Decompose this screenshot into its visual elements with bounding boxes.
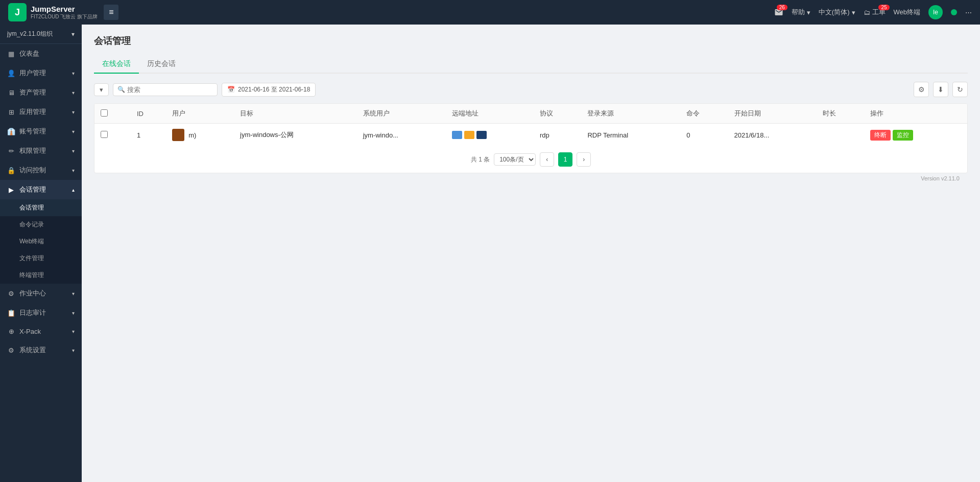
select-all-checkbox[interactable] (101, 109, 108, 117)
mail-badge: 26 (777, 5, 787, 10)
sidebar-label-user-mgmt: 用户管理 (19, 68, 46, 78)
menu-toggle-button[interactable]: ≡ (104, 5, 118, 20)
prev-page-button[interactable]: ‹ (540, 152, 554, 167)
sidebar-item-job-center[interactable]: ⚙ 作业中心 ▾ (0, 284, 82, 303)
col-remote-addr: 远端地址 (446, 104, 534, 124)
row-command: 0 (680, 124, 728, 147)
account-mgmt-chevron: ▾ (72, 129, 75, 134)
calendar-icon: 📅 (227, 86, 235, 93)
sidebar-item-system-settings[interactable]: ⚙ 系统设置 ▾ (0, 340, 82, 360)
toolbar: ▾ 🔍 📅 2021-06-16 至 2021-06-18 ⚙ ⬇ (94, 82, 968, 97)
lang-chevron: ▾ (852, 9, 855, 16)
topbar-left: J JumpServer FIT2CLOUD 飞致云 旗下品牌 ≡ (8, 3, 118, 21)
logo-icon: J (8, 3, 27, 21)
layout: jym_v2.11.0组织 ▾ ▦ 仪表盘 👤 用户管理 ▾ 🖥 资产管理 ▾ … (0, 25, 980, 482)
col-command: 命令 (680, 104, 728, 124)
filter-chevron-icon: ▾ (100, 86, 103, 94)
toolbar-left: ▾ 🔍 📅 2021-06-16 至 2021-06-18 (94, 83, 316, 97)
refresh-button[interactable]: ↻ (952, 82, 968, 97)
row-login-source: RDP Terminal (581, 124, 680, 147)
submenu-item-file-mgmt[interactable]: 文件管理 (0, 250, 82, 267)
col-id: ID (131, 104, 166, 124)
sidebar-item-app-mgmt[interactable]: ⊞ 应用管理 ▾ (0, 102, 82, 122)
web-terminal-button[interactable]: Web终端 (894, 8, 921, 17)
page-title: 会话管理 (94, 35, 968, 47)
sidebar-label-system-settings: 系统设置 (19, 346, 46, 355)
submenu-item-session-list[interactable]: 会话管理 (0, 199, 82, 216)
perm-mgmt-icon: ✏ (7, 147, 15, 155)
user-mgmt-chevron: ▾ (72, 71, 75, 76)
sidebar-item-user-mgmt[interactable]: 👤 用户管理 ▾ (0, 63, 82, 83)
topbar-right: 26 帮助 ▾ 中文(简体) ▾ 🗂 25 工单 Web终端 Ie ⋯ (774, 5, 972, 19)
remote-addr-cell (452, 131, 528, 139)
user-avatar[interactable]: Ie (928, 5, 943, 19)
work-order-button[interactable]: 🗂 25 工单 (864, 8, 886, 17)
terminal-label: Web终端 (894, 8, 921, 17)
lang-button[interactable]: 中文(简体) ▾ (819, 8, 855, 17)
monitor-button[interactable]: 监控 (893, 130, 913, 141)
app-mgmt-icon: ⊞ (7, 108, 15, 116)
sidebar-item-account-mgmt[interactable]: 👔 账号管理 ▾ (0, 122, 82, 141)
tab-history[interactable]: 历史会话 (139, 55, 184, 74)
download-button[interactable]: ⬇ (933, 82, 948, 97)
org-selector[interactable]: jym_v2.11.0组织 ▾ (0, 25, 82, 44)
access-control-chevron: ▾ (72, 168, 75, 173)
session-mgmt-icon: ▶ (7, 186, 15, 194)
topbar: J JumpServer FIT2CLOUD 飞致云 旗下品牌 ≡ 26 帮助 … (0, 0, 980, 25)
col-system-user: 系统用户 (357, 104, 446, 124)
toolbar-right: ⚙ ⬇ ↻ (914, 82, 968, 97)
sidebar-item-perm-mgmt[interactable]: ✏ 权限管理 ▾ (0, 141, 82, 160)
pagination: 共 1 条 100条/页 50条/页 20条/页 ‹ 1 › (94, 146, 967, 173)
addr-block-1 (452, 131, 462, 139)
addr-block-3 (476, 131, 487, 139)
user-cell: m) (172, 129, 228, 141)
submenu-item-terminal-mgmt[interactable]: 终端管理 (0, 267, 82, 284)
sidebar-item-access-control[interactable]: 🔒 访问控制 ▾ (0, 160, 82, 180)
sidebar-item-x-pack[interactable]: ⊕ X-Pack ▾ (0, 323, 82, 340)
lang-label: 中文(简体) (819, 8, 850, 17)
sidebar-label-session-mgmt: 会话管理 (19, 185, 46, 194)
session-mgmt-chevron: ▴ (72, 187, 75, 193)
sidebar: jym_v2.11.0组织 ▾ ▦ 仪表盘 👤 用户管理 ▾ 🖥 资产管理 ▾ … (0, 25, 82, 482)
filter-button[interactable]: ▾ (94, 83, 109, 96)
help-button[interactable]: 帮助 ▾ (792, 8, 810, 17)
tab-online[interactable]: 在线会话 (94, 55, 139, 74)
col-checkbox (94, 104, 131, 124)
col-user: 用户 (166, 104, 234, 124)
submenu-item-web-terminal[interactable]: Web终端 (0, 233, 82, 250)
app-mgmt-chevron: ▾ (72, 109, 75, 115)
terminate-button[interactable]: 终断 (870, 130, 891, 141)
user-name: m) (188, 131, 196, 139)
date-filter[interactable]: 📅 2021-06-16 至 2021-06-18 (222, 83, 316, 97)
submenu-item-command-log[interactable]: 命令记录 (0, 216, 82, 233)
sidebar-item-asset-mgmt[interactable]: 🖥 资产管理 ▾ (0, 83, 82, 102)
addr-block-2 (464, 131, 474, 139)
account-mgmt-icon: 👔 (7, 128, 15, 135)
row-user: m) (166, 124, 234, 147)
col-actions: 操作 (864, 104, 967, 124)
settings-button[interactable]: ⚙ (914, 82, 929, 97)
row-start-date: 2021/6/18... (728, 124, 817, 147)
mail-button[interactable]: 26 (774, 8, 783, 17)
page-size-select[interactable]: 100条/页 50条/页 20条/页 (494, 153, 536, 166)
asset-mgmt-icon: 🖥 (7, 89, 15, 97)
work-order-icon: 🗂 (864, 9, 870, 16)
row-protocol: rdp (534, 124, 581, 147)
sidebar-item-log-audit[interactable]: 📋 日志审计 ▾ (0, 303, 82, 323)
sidebar-item-dashboard[interactable]: ▦ 仪表盘 (0, 44, 82, 63)
page-1-button[interactable]: 1 (558, 152, 572, 167)
system-settings-icon: ⚙ (7, 347, 15, 354)
more-menu-button[interactable]: ⋯ (965, 9, 972, 16)
job-center-chevron: ▾ (72, 291, 75, 296)
row-checkbox[interactable] (101, 131, 108, 138)
col-duration: 时长 (817, 104, 864, 124)
work-order-badge: 25 (878, 5, 889, 10)
next-page-button[interactable]: › (577, 152, 591, 167)
app-name: JumpServer (31, 5, 98, 14)
sidebar-label-perm-mgmt: 权限管理 (19, 146, 46, 155)
row-remote-addr (446, 124, 534, 147)
col-start-date: 开始日期 (728, 104, 817, 124)
search-input[interactable] (127, 86, 213, 94)
date-range-text: 2021-06-16 至 2021-06-18 (238, 85, 310, 94)
sidebar-item-session-mgmt[interactable]: ▶ 会话管理 ▴ (0, 180, 82, 199)
